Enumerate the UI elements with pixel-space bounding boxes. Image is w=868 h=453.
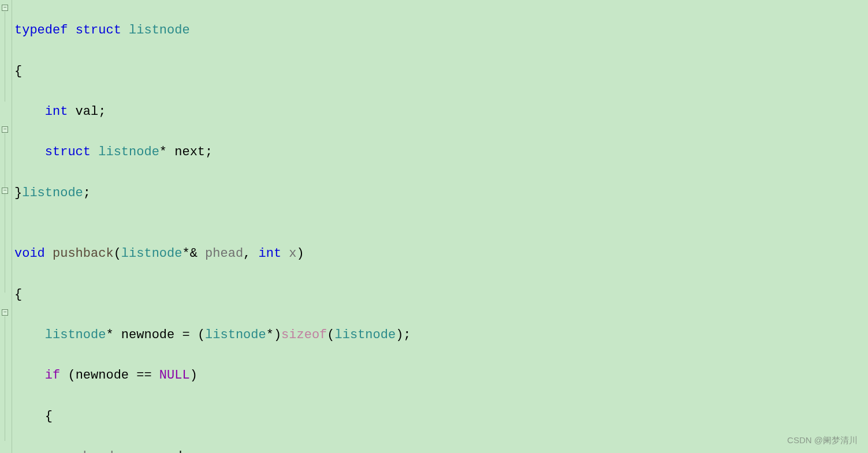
identifier: val [68,104,98,119]
semicolon: ; [205,145,213,159]
identifier: next [167,145,205,159]
code-editor[interactable]: typedef struct listnode { int val; struc… [12,0,868,453]
paren: ) [190,368,198,383]
keyword-sizeof: sizeof [281,328,327,342]
code-line: phead = newnode; [14,447,868,453]
code-line: { [14,406,868,426]
keyword-struct: struct [76,23,121,38]
operator-star: * [266,328,274,342]
fold-toggle-icon[interactable]: − [2,5,8,11]
watermark: CSDN @阑梦清川 [787,433,858,447]
keyword-typedef: typedef [14,23,68,38]
keyword-if: if [45,368,60,383]
code-line: }listnode; [14,183,868,203]
code-line: struct listnode* next; [14,142,868,162]
operator-star: * [159,145,167,159]
fold-toggle-icon[interactable]: − [2,309,8,316]
code-line: listnode* newnode = (listnode*)sizeof(li… [14,325,868,345]
function-name: pushback [53,246,114,261]
comma: , [243,246,258,261]
semicolon: ; [190,450,198,453]
parameter: phead [205,246,243,261]
code-line: { [14,284,868,305]
type-name: listnode [129,23,190,38]
type-name: listnode [98,145,159,159]
identifier: newnode [76,368,137,383]
semicolon: ; [98,104,106,119]
type-name: listnode [205,328,266,342]
code-line: if (newnode == NULL) [14,365,868,385]
fold-toggle-icon[interactable]: − [2,126,8,133]
operator-eq: = [121,450,136,453]
fold-line [5,12,5,102]
semicolon: ; [83,186,91,200]
operator-eqeq: == [136,368,159,383]
paren: ) [396,328,403,342]
keyword-struct: struct [45,145,91,159]
type-name: listnode [45,328,106,342]
keyword-int: int [45,104,68,119]
keyword-int: int [259,246,282,261]
operator-star: * [106,328,113,342]
operator-star: * [182,246,189,261]
fold-toggle-icon[interactable]: − [2,188,8,194]
paren: ) [274,328,281,342]
type-name: listnode [22,186,83,200]
code-line: { [14,61,868,81]
semicolon: ; [403,328,411,342]
code-line: typedef struct listnode [14,20,868,40]
paren: ( [114,246,121,261]
brace: { [14,287,22,302]
operator-amp: & [190,246,205,261]
code-line: int val; [14,102,868,122]
fold-gutter: − − − − [0,0,12,453]
brace: { [14,64,22,78]
brace: { [45,409,53,424]
identifier: phead [76,450,121,453]
type-name: listnode [335,328,396,342]
parameter: x [281,246,296,261]
operator-eq: = [182,328,197,342]
identifier: newnode [136,450,189,453]
code-line: void pushback(listnode*& phead, int x) [14,244,868,264]
identifier: newnode [114,328,182,342]
paren: ( [198,328,205,342]
brace: } [14,186,22,200]
keyword-void: void [14,246,45,261]
paren: ) [297,246,304,261]
type-name: listnode [121,246,182,261]
fold-line [5,133,5,293]
fold-line [5,316,5,441]
paren: ( [327,328,334,342]
paren: ( [60,368,75,383]
null-literal: NULL [159,368,190,383]
